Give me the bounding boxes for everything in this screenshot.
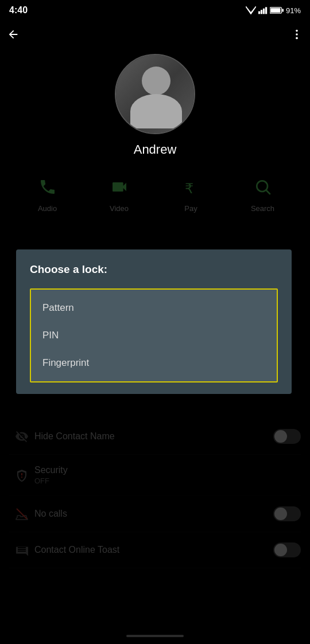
search-label: Search [251, 204, 274, 213]
svg-rect-3 [265, 7, 267, 14]
dialog-title: Choose a lock: [30, 263, 278, 276]
action-search[interactable]: Search [249, 173, 277, 213]
audio-label: Audio [38, 204, 57, 213]
pay-icon: ₹ [177, 173, 205, 201]
battery-pct: 91% [286, 6, 301, 15]
video-label: Video [110, 204, 129, 213]
wifi-icon [246, 6, 256, 14]
video-icon [106, 173, 133, 201]
choose-lock-dialog: Choose a lock: Pattern PIN Fingerprint [16, 249, 292, 394]
signal-icon [258, 6, 268, 14]
phone-icon [34, 173, 61, 201]
lock-option-pattern[interactable]: Pattern [31, 294, 277, 322]
svg-point-9 [296, 37, 298, 40]
avatar[interactable] [115, 54, 195, 134]
battery-icon [270, 6, 284, 14]
lock-option-fingerprint[interactable]: Fingerprint [31, 349, 277, 377]
svg-rect-6 [270, 8, 280, 13]
avatar-image [116, 54, 194, 134]
top-bar [0, 21, 310, 48]
status-time: 4:40 [9, 5, 28, 15]
pay-label: Pay [184, 204, 197, 213]
action-row: Audio Video ₹ Pay Search [0, 166, 310, 222]
profile-section: Andrew [0, 48, 310, 166]
action-audio[interactable]: Audio [34, 173, 61, 213]
svg-line-12 [266, 190, 270, 194]
svg-point-7 [296, 30, 298, 32]
svg-rect-2 [263, 9, 265, 14]
svg-point-8 [296, 33, 298, 36]
action-pay[interactable]: ₹ Pay [177, 173, 205, 213]
svg-rect-0 [258, 11, 260, 14]
search-icon [249, 173, 277, 201]
lock-option-pin[interactable]: PIN [31, 322, 277, 349]
back-button[interactable] [7, 28, 20, 41]
more-options-button[interactable] [290, 28, 303, 41]
svg-text:₹: ₹ [185, 181, 193, 196]
action-video[interactable]: Video [106, 173, 133, 213]
status-icons: 91% [246, 6, 301, 15]
svg-rect-1 [261, 10, 262, 14]
lock-options-list: Pattern PIN Fingerprint [30, 288, 278, 383]
status-bar: 4:40 91% [0, 0, 310, 21]
contact-name: Andrew [134, 142, 177, 157]
svg-rect-5 [282, 9, 284, 11]
